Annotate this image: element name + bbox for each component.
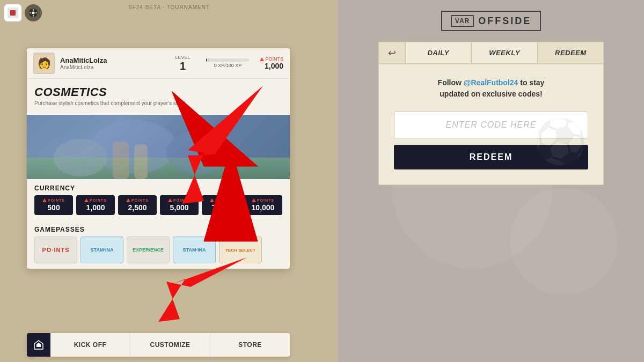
xp-section: 0 XP/100 XP	[206, 58, 249, 68]
bottom-nav: KICK OFF CUSTOMIZE STORE	[27, 333, 290, 357]
gamepasses-row: PO·INTS STAM·INA EXPERIENCE STAM·INA TEC…	[27, 237, 290, 269]
tab-weekly[interactable]: WEEKLY	[472, 42, 538, 63]
currency-amount: 500	[47, 203, 60, 212]
svg-rect-5	[33, 15, 34, 17]
svg-rect-11	[113, 142, 129, 179]
gamepass-tech[interactable]: TECH SELECT	[219, 237, 262, 263]
currency-row: POINTS 500 POINTS 1,000 POINTS 2,500	[27, 195, 290, 220]
currency-btn-5000[interactable]: POINTS 5,000	[160, 195, 199, 215]
gamepasses-label: GAMEPASSES	[27, 220, 290, 237]
svg-rect-12	[134, 144, 148, 179]
gamepass-stamina-2[interactable]: STAM·INA	[173, 237, 216, 263]
currency-label: CURRENCY	[27, 179, 290, 195]
points-triangle-icon	[260, 57, 264, 61]
currency-amount: 1,000	[86, 203, 105, 212]
level-label: Level	[175, 55, 190, 60]
currency-amount: 10,000	[252, 203, 275, 212]
currency-btn-10000[interactable]: POINTS 10,000	[244, 195, 282, 215]
pts-triangle-icon	[84, 198, 89, 202]
right-panel: VAR OFFSIDE ↩ DAILY WEEKLY REDEEM Follow…	[338, 0, 644, 362]
currency-amount: 2,500	[128, 203, 147, 212]
level-section: Level 1	[175, 55, 190, 72]
var-offside-badge: VAR OFFSIDE	[441, 11, 541, 31]
xp-text: 0 XP/100 XP	[214, 63, 242, 68]
currency-btn-7500[interactable]: POINTS 7,500	[202, 195, 240, 215]
svg-point-3	[32, 12, 35, 14]
left-panel: SF24 BETA · TOURNAMENT 🧑 AnaMiticLolza A…	[0, 0, 338, 362]
svg-rect-4	[33, 9, 34, 11]
svg-rect-6	[30, 12, 31, 13]
pts-icon: POINTS	[42, 198, 65, 202]
svg-point-10	[54, 139, 107, 176]
profile-header: 🧑 AnaMiticLolza AnaMiticLolza Level 1 0 …	[27, 48, 290, 79]
svg-point-9	[166, 131, 231, 174]
pts-triangle-icon	[210, 198, 214, 202]
back-arrow-icon: ↩	[388, 47, 396, 59]
tab-redeem[interactable]: REDEEM	[538, 42, 603, 63]
currency-btn-2500[interactable]: POINTS 2,500	[118, 195, 157, 215]
nav-kickoff[interactable]: KICK OFF	[50, 333, 130, 357]
gamepass-points[interactable]: PO·INTS	[34, 237, 77, 263]
currency-btn-1000[interactable]: POINTS 1,000	[76, 195, 115, 215]
pts-icon: POINTS	[210, 198, 232, 202]
pts-triangle-icon	[168, 198, 172, 202]
redeem-card: ↩ DAILY WEEKLY REDEEM Follow @RealFutbol…	[378, 42, 604, 185]
pts-icon: POINTS	[126, 198, 149, 202]
nav-customize[interactable]: CUSTOMIZE	[130, 333, 210, 357]
pts-icon: POINTS	[252, 198, 274, 202]
redeem-handle: @RealFutbol24	[464, 78, 518, 87]
settings-icon[interactable]	[25, 4, 42, 21]
xp-bar	[206, 58, 249, 62]
profile-info: AnaMiticLolza AnaMiticLolza	[60, 56, 164, 70]
pts-triangle-icon	[42, 198, 47, 202]
tab-back-button[interactable]: ↩	[379, 42, 406, 63]
svg-rect-7	[35, 12, 37, 13]
currency-amount: 7,500	[211, 203, 230, 212]
avatar: 🧑	[33, 53, 55, 74]
top-bar	[4, 4, 42, 21]
main-card: 🧑 AnaMiticLolza AnaMiticLolza Level 1 0 …	[27, 48, 290, 269]
offside-label: OFFSIDE	[478, 16, 531, 27]
redeem-description: Follow @RealFutbol24 to stayupdated on e…	[394, 77, 588, 100]
nav-logo	[27, 333, 50, 357]
roblox-icon[interactable]	[4, 4, 21, 21]
svg-marker-14	[36, 343, 41, 347]
tabs-row: ↩ DAILY WEEKLY REDEEM	[379, 42, 603, 64]
cosmetics-section: COSMETICS Purchase stylish cosmetics tha…	[27, 79, 290, 110]
xp-bar-fill	[206, 58, 207, 62]
profile-name: AnaMiticLolza	[60, 56, 164, 64]
points-section: POINTS 1,000	[260, 56, 283, 70]
gamepass-stamina-1[interactable]: STAM·INA	[80, 237, 123, 263]
points-value: 1,000	[265, 62, 283, 70]
profile-sub: AnaMiticLolza	[60, 64, 164, 70]
level-value: 1	[180, 60, 186, 72]
redeem-content: Follow @RealFutbol24 to stayupdated on e…	[379, 64, 603, 184]
tab-daily[interactable]: DAILY	[406, 42, 472, 63]
pts-icon: POINTS	[168, 198, 191, 202]
gamepass-experience[interactable]: EXPERIENCE	[127, 237, 170, 263]
svg-rect-1	[10, 10, 16, 16]
pts-triangle-icon	[126, 198, 130, 202]
bg-decoration: ⚽	[528, 109, 592, 174]
game-image	[27, 115, 290, 179]
cosmetics-title: COSMETICS	[34, 85, 282, 99]
currency-btn-500[interactable]: POINTS 500	[34, 195, 73, 215]
pts-triangle-icon	[252, 198, 256, 202]
pts-icon: POINTS	[84, 198, 107, 202]
nav-store[interactable]: STORE	[210, 333, 290, 357]
var-label: VAR	[451, 15, 474, 27]
cosmetics-subtitle: Purchase stylish cosmetics that compleme…	[34, 100, 282, 106]
beta-label: SF24 BETA · TOURNAMENT	[128, 4, 210, 10]
currency-amount: 5,000	[170, 203, 188, 212]
points-label: POINTS	[260, 56, 283, 62]
bg-circle-2	[510, 188, 617, 295]
